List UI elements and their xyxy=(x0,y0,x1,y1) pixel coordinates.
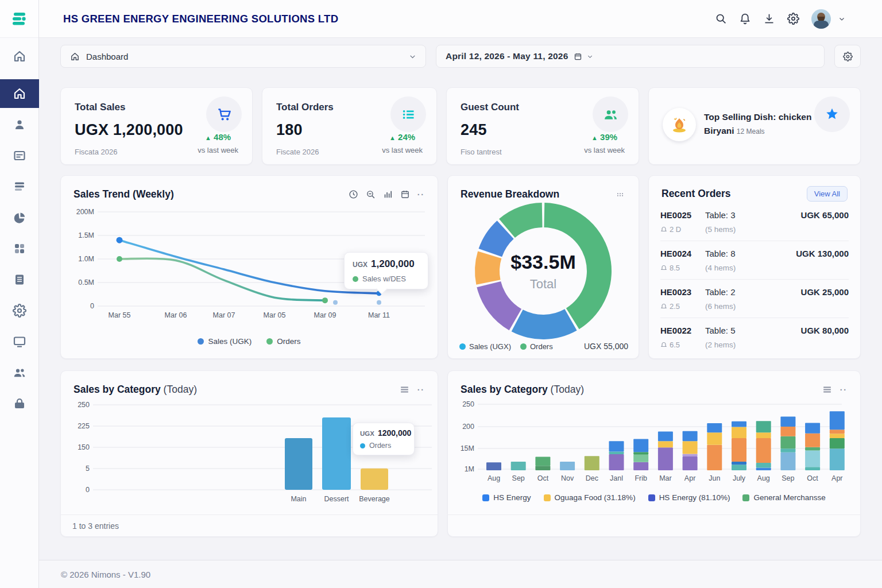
more-options-icon[interactable]: ·· xyxy=(417,190,425,199)
revenue-amount: UGX 55,000 xyxy=(584,342,628,351)
kpi-delta: ▲ 48%vs last week xyxy=(198,132,238,154)
order-amount: UGK 25,000 xyxy=(801,287,849,311)
svg-text:Mar: Mar xyxy=(659,474,672,482)
revenue-breakdown-title: Revenue Breakdown xyxy=(461,188,559,200)
sidebar xyxy=(0,0,39,588)
home-icon xyxy=(13,49,26,63)
top-dish-meals: 12 Meals xyxy=(737,127,765,136)
gear-icon[interactable] xyxy=(787,13,799,25)
chart-tooltip: UGX1200,000 Orders xyxy=(353,423,415,455)
more-options-icon[interactable]: ·· xyxy=(417,385,425,394)
grid-icon xyxy=(13,242,26,256)
sidebar-item-billing[interactable] xyxy=(0,148,39,164)
main-content: Dashboard April 12, 2026 - May 11, 2026 … xyxy=(39,38,882,588)
home-icon xyxy=(70,52,80,61)
chevron-down-icon xyxy=(409,53,416,60)
search-icon[interactable] xyxy=(715,13,727,25)
recent-orders-card: Recent Orders View All HE00252 DTable: 3… xyxy=(648,175,861,359)
revenue-legend: Sales (UGX)OrdersUGX 55,000 xyxy=(459,342,628,351)
order-row[interactable]: HE00248.5Table: 8(4 hems)UGK 130,000 xyxy=(660,241,849,280)
clock-icon[interactable] xyxy=(349,189,358,199)
app-title: HS GREEN ENERGY ENGINEERING SOLUTIONS LT… xyxy=(63,13,338,25)
svg-text:Apr: Apr xyxy=(684,474,695,482)
sidebar-item-apps[interactable] xyxy=(0,241,39,257)
order-table: Table: 8 xyxy=(705,249,796,258)
drag-dots-icon[interactable] xyxy=(614,191,626,199)
order-table: Table: 2 xyxy=(705,287,801,297)
svg-text:Mar 09: Mar 09 xyxy=(314,311,336,319)
revenue-total-label: Total xyxy=(530,277,556,292)
pie-icon xyxy=(13,211,26,225)
menu-bars-icon[interactable] xyxy=(822,384,833,395)
download-icon[interactable] xyxy=(763,13,775,25)
zoom-out-icon[interactable] xyxy=(366,189,376,199)
order-id: HE0024 xyxy=(660,249,705,258)
order-items: (2 hems) xyxy=(705,341,801,349)
monitor-icon xyxy=(13,335,26,349)
sidebar-item-dashboard[interactable] xyxy=(0,79,39,108)
sidebar-item-reports[interactable] xyxy=(0,210,39,226)
svg-text:Beverage: Beverage xyxy=(359,495,390,503)
avatar[interactable] xyxy=(811,9,831,29)
sidebar-item-devices[interactable] xyxy=(0,334,39,350)
order-items: (4 hems) xyxy=(705,264,796,272)
date-range-select[interactable]: April 12, 2026 - May 11, 2026 xyxy=(436,45,825,68)
svg-text:July: July xyxy=(733,474,746,482)
legend-item: Oguaga Food (31.18%) xyxy=(544,493,636,502)
kpi-icon-circle xyxy=(206,96,242,132)
top-dish-card: Top Selling Dish: chicken Biryani 12 Mea… xyxy=(648,87,861,165)
bell-icon xyxy=(660,342,667,349)
order-row[interactable]: HE00252 DTable: 3(5 hems)UGK 65,000 xyxy=(660,203,849,241)
svg-text:Nov: Nov xyxy=(561,474,574,482)
svg-text:Janl: Janl xyxy=(610,474,623,482)
kpi-card-total-sales: Total SalesUGX 1,200,000Fiscata 2026▲ 48… xyxy=(60,87,253,165)
svg-text:0.5M: 0.5M xyxy=(78,278,94,287)
sidebar-item-customers[interactable] xyxy=(0,365,39,381)
calendar-icon[interactable] xyxy=(400,189,410,199)
svg-text:Mar 07: Mar 07 xyxy=(213,311,235,319)
chevron-down-icon[interactable] xyxy=(838,16,845,22)
more-options-icon[interactable]: ·· xyxy=(840,385,848,394)
bar-chart-icon[interactable] xyxy=(383,189,393,199)
sales-by-category-right-card: Sales by Category (Today) ·· 25020015M1M… xyxy=(447,370,861,537)
svg-text:Mar 11: Mar 11 xyxy=(368,311,390,319)
star-icon xyxy=(825,107,840,122)
right-card-footer xyxy=(448,514,860,536)
svg-text:1.0M: 1.0M xyxy=(78,255,94,263)
sidebar-item-settings[interactable] xyxy=(0,303,39,319)
svg-text:1.5M: 1.5M xyxy=(78,231,94,239)
bell-icon xyxy=(660,265,667,272)
breadcrumb-select[interactable]: Dashboard xyxy=(60,45,426,68)
stacked-legend: HS EnergyOguaga Food (31.18%)HS Energy (… xyxy=(448,493,860,502)
order-id: HE0022 xyxy=(660,326,705,335)
recent-orders-title: Recent Orders xyxy=(662,188,731,200)
menu-bars-icon[interactable] xyxy=(399,384,410,395)
sidebar-item-users[interactable] xyxy=(0,117,39,133)
order-time: 2 D xyxy=(660,225,705,234)
people-icon xyxy=(603,107,618,122)
revenue-total-value: $33.5M xyxy=(510,251,575,273)
svg-text:Aug: Aug xyxy=(488,474,500,482)
view-all-button[interactable]: View All xyxy=(807,186,848,202)
order-row[interactable]: HE00232.5Table: 2(6 hems)UGK 25,000 xyxy=(660,280,849,318)
list-icon xyxy=(13,180,26,194)
svg-text:Oct: Oct xyxy=(807,474,818,482)
gear-icon xyxy=(13,304,26,318)
star-icon-circle xyxy=(814,96,850,132)
chevron-down-icon xyxy=(587,53,593,60)
sidebar-item-security[interactable] xyxy=(0,396,39,412)
bell-icon[interactable] xyxy=(739,13,751,25)
dashboard-settings-button[interactable] xyxy=(834,45,861,68)
sidebar-item-lists[interactable] xyxy=(0,179,39,195)
date-range-label: April 12, 2026 - May 11, 2026 xyxy=(446,51,568,61)
app-logo[interactable] xyxy=(0,0,38,38)
svg-text:Oct: Oct xyxy=(537,474,549,482)
svg-text:Mar 05: Mar 05 xyxy=(264,311,286,319)
order-row[interactable]: HE00226.5Table: 5(2 hems)UGK 80,000 xyxy=(660,318,849,356)
order-amount: UGK 80,000 xyxy=(801,326,849,349)
person-icon xyxy=(13,118,26,131)
sidebar-item-home[interactable] xyxy=(0,48,39,64)
sidebar-item-documents[interactable] xyxy=(0,272,39,288)
svg-text:Sep: Sep xyxy=(782,474,794,482)
legend-item: General Merchansse xyxy=(742,493,825,502)
